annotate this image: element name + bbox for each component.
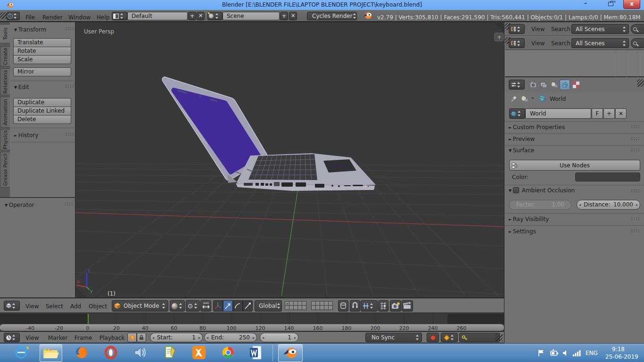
panel-preview[interactable]: Preview <box>509 136 644 142</box>
panel-header-edit[interactable]: Edit <box>14 84 29 90</box>
panel-header-history[interactable]: History <box>14 132 38 139</box>
taskbar-icon-opera[interactable] <box>103 345 121 361</box>
ao-distance-slider[interactable]: Distance:10.000◂▸ <box>577 200 640 210</box>
render-border-button[interactable] <box>378 300 388 312</box>
scene-field[interactable]: Scene <box>223 12 280 20</box>
ao-factor-slider[interactable]: Factor:1.00 <box>509 200 571 210</box>
outliner1-menu-view[interactable]: View <box>531 26 545 33</box>
outliner2-search-box[interactable] <box>631 38 644 48</box>
outliner1-menu-search[interactable]: Search <box>551 26 570 33</box>
editor-type-view3d[interactable] <box>4 301 20 311</box>
toolshelf-tab-tools[interactable]: Tools <box>0 24 10 43</box>
frame-end-slider[interactable]: End:250◂▸ <box>204 333 257 342</box>
timeline-menu-view[interactable]: View <box>25 335 39 341</box>
timeline-grip[interactable] <box>495 334 503 341</box>
timeline-menu-marker[interactable]: Marker <box>48 335 67 341</box>
info-header-grip[interactable] <box>0 12 7 19</box>
snap-element-dropdown[interactable] <box>361 300 378 312</box>
tray-volume-icon[interactable] <box>562 349 570 357</box>
screen-layout-add-button[interactable]: + <box>188 12 196 20</box>
taskbar-icon-xampp[interactable] <box>191 345 209 361</box>
view3d-menu-select[interactable]: Select <box>46 303 63 310</box>
toolshelf-tab-animation[interactable]: Animation <box>0 97 10 128</box>
timeline-menu-playback[interactable]: Playback <box>99 335 125 341</box>
transform-drag-dots[interactable] <box>65 26 74 31</box>
viewport-plus-button[interactable]: + <box>495 33 504 41</box>
operator-drag-dots[interactable] <box>64 201 74 206</box>
current-frame-field[interactable]: 1◂▸ <box>260 333 298 342</box>
editor-type-timeline[interactable] <box>4 333 20 342</box>
translate-button[interactable]: Translate <box>13 38 71 47</box>
orientation-dropdown[interactable]: Global <box>255 300 282 312</box>
tray-battery-icon[interactable] <box>550 349 559 357</box>
tray-date[interactable]: 25-06-2019 <box>605 354 638 360</box>
custom-properties-dots[interactable] <box>631 124 640 129</box>
tab-render-layers[interactable] <box>539 80 549 90</box>
layers-group-1[interactable] <box>285 301 309 311</box>
history-drag-dots[interactable] <box>65 132 74 137</box>
scene-delete-button[interactable]: ✕ <box>289 12 297 20</box>
toolshelf-tab-create[interactable]: Create <box>0 46 10 66</box>
manipulator-rotate-button[interactable] <box>233 300 243 312</box>
sync-dropdown[interactable]: No Sync <box>365 333 422 342</box>
opengl-render-anim-button[interactable] <box>402 300 413 312</box>
tab-render[interactable] <box>528 80 538 90</box>
world-name-field[interactable]: World <box>525 108 591 119</box>
tray-language[interactable]: ENG <box>586 350 598 356</box>
pin-icon[interactable] <box>511 95 518 102</box>
taskbar-icon-blender[interactable] <box>278 344 303 362</box>
frame-start-slider[interactable]: Start:1◂▸ <box>150 333 203 342</box>
minimize-button[interactable]: – <box>578 0 593 8</box>
panel-surface[interactable]: Surface <box>509 147 644 154</box>
outliner1-filter-dropdown[interactable]: All Scenes <box>571 24 629 34</box>
viewport-canvas[interactable]: x z y User Persp (1) + <box>0 22 504 297</box>
taskbar-icon-chrome[interactable] <box>220 345 238 361</box>
pivot-dropdown[interactable] <box>186 300 200 312</box>
lock-time-button[interactable] <box>137 333 146 342</box>
record-button[interactable] <box>427 333 439 342</box>
panel-header-operator[interactable]: Operator <box>5 202 34 208</box>
properties-grip[interactable] <box>637 79 644 87</box>
mode-dropdown[interactable]: Object Mode <box>112 300 168 312</box>
editor-type-info[interactable]: i <box>7 12 20 20</box>
time-cursor-button[interactable] <box>127 333 137 342</box>
breadcrumb-scene-icon[interactable] <box>520 94 529 103</box>
fake-user-button[interactable]: F <box>592 108 603 119</box>
taskbar-icon-volume[interactable] <box>132 345 150 361</box>
scene-icon-box[interactable] <box>207 12 223 20</box>
outliner1-search-box[interactable] <box>631 24 644 34</box>
use-nodes-button[interactable]: Use Nodes <box>509 160 640 171</box>
timeline-ruler[interactable]: -40 -20 0 20 40 60 80 100 120 140 160 18… <box>0 324 504 332</box>
outliner-content[interactable] <box>505 50 644 77</box>
current-frame-indicator[interactable] <box>88 314 89 324</box>
snap-toggle-button[interactable] <box>350 300 360 312</box>
manipulator-scale-button[interactable] <box>243 300 253 312</box>
scale-button[interactable]: Scale <box>13 55 71 64</box>
view3d-menu-view[interactable]: View <box>25 303 39 310</box>
duplicate-linked-button[interactable]: Duplicate Linked <box>13 107 71 115</box>
view3d-menu-object[interactable]: Object <box>89 303 107 310</box>
delete-button[interactable]: Delete <box>13 115 71 124</box>
keying-set-field[interactable] <box>459 333 500 342</box>
world-unlink-button[interactable]: ✕ <box>615 108 627 119</box>
outliner2-menu-view[interactable]: View <box>531 40 545 47</box>
timeline-band[interactable] <box>0 314 504 324</box>
shading-dropdown[interactable] <box>170 300 185 312</box>
screen-layout-delete-button[interactable]: ✕ <box>197 12 205 20</box>
keying-set-dropdown[interactable] <box>441 333 458 342</box>
tray-network-icon[interactable] <box>572 349 582 357</box>
screen-layout-icon-box[interactable] <box>112 12 127 20</box>
screen-layout-field[interactable]: Default <box>127 12 188 20</box>
panel-settings[interactable]: Settings <box>509 228 644 235</box>
panel-ray-visibility[interactable]: Ray Visibility <box>509 216 644 222</box>
taskbar-icon-notepadpp[interactable] <box>162 345 180 361</box>
toolshelf-tab-relations[interactable]: Relations <box>0 68 10 95</box>
tray-time[interactable]: 9:18 <box>612 346 625 353</box>
taskbar-icon-word[interactable] <box>249 345 267 361</box>
menu-file[interactable]: File <box>25 14 35 21</box>
world-add-button[interactable]: + <box>603 108 615 119</box>
color-swatch[interactable] <box>575 173 640 181</box>
tab-world[interactable] <box>560 80 570 90</box>
duplicate-button[interactable]: Duplicate <box>13 98 71 107</box>
manipulator-translate-button[interactable] <box>223 300 233 312</box>
